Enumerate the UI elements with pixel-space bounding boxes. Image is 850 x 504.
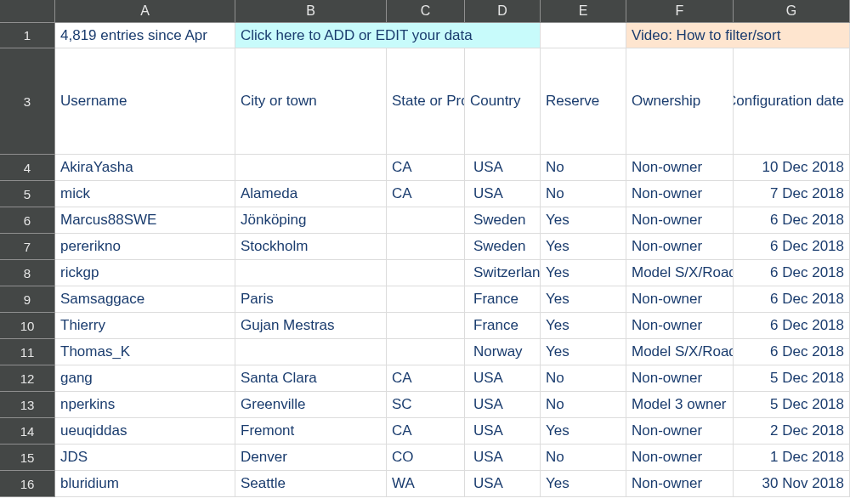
col-header-B[interactable]: B [235, 0, 387, 23]
cell-B14[interactable]: Fremont [235, 418, 387, 445]
row-header-16[interactable]: 16 [0, 471, 55, 497]
add-edit-link[interactable]: Click here to ADD or EDIT your data [235, 23, 541, 48]
col-header-F[interactable]: F [626, 0, 734, 23]
col-header-D[interactable]: D [465, 0, 541, 23]
cell-D8[interactable]: Switzerland [465, 260, 541, 286]
cell-F15[interactable]: Non-owner [626, 445, 734, 471]
header-F[interactable]: Ownership [626, 48, 734, 155]
cell-C7[interactable] [387, 234, 465, 260]
cell-B6[interactable]: Jönköping [235, 207, 387, 234]
video-link[interactable]: Video: How to filter/sort [626, 23, 850, 48]
cell-F12[interactable]: Non-owner [626, 365, 734, 392]
cell-B8[interactable] [235, 260, 387, 286]
header-C[interactable]: State or Province [387, 48, 465, 155]
row-header-1[interactable]: 1 [0, 23, 55, 48]
cell-G4[interactable]: 10 Dec 2018 [734, 155, 850, 181]
cell-G8[interactable]: 6 Dec 2018 [734, 260, 850, 286]
cell-A15[interactable]: JDS [55, 445, 235, 471]
cell-D4[interactable]: USA [465, 155, 541, 181]
row-header-14[interactable]: 14 [0, 418, 55, 445]
cell-G15[interactable]: 1 Dec 2018 [734, 445, 850, 471]
cell-C16[interactable]: WA [387, 471, 465, 497]
cell-G11[interactable]: 6 Dec 2018 [734, 339, 850, 365]
row-header-4[interactable]: 4 [0, 155, 55, 181]
cell-A11[interactable]: Thomas_K [55, 339, 235, 365]
cell-E11[interactable]: Yes [541, 339, 626, 365]
row-header-6[interactable]: 6 [0, 207, 55, 234]
row-header-15[interactable]: 15 [0, 445, 55, 471]
cell-B5[interactable]: Alameda [235, 181, 387, 207]
row-header-10[interactable]: 10 [0, 313, 55, 339]
cell-C10[interactable] [387, 313, 465, 339]
cell-C13[interactable]: SC [387, 392, 465, 418]
cell-F14[interactable]: Non-owner [626, 418, 734, 445]
cell-D15[interactable]: USA [465, 445, 541, 471]
cell-F4[interactable]: Non-owner [626, 155, 734, 181]
cell-G7[interactable]: 6 Dec 2018 [734, 234, 850, 260]
cell-A10[interactable]: Thierry [55, 313, 235, 339]
cell-A4[interactable]: AkiraYasha [55, 155, 235, 181]
col-header-E[interactable]: E [541, 0, 626, 23]
cell-F9[interactable]: Non-owner [626, 286, 734, 313]
cell-G10[interactable]: 6 Dec 2018 [734, 313, 850, 339]
cell-E15[interactable]: No [541, 445, 626, 471]
cell-E14[interactable]: Yes [541, 418, 626, 445]
spreadsheet-grid[interactable]: ABCDEFG14,819 entries since AprClick her… [0, 0, 850, 497]
cell-C9[interactable] [387, 286, 465, 313]
row-header-11[interactable]: 11 [0, 339, 55, 365]
cell-B9[interactable]: Paris [235, 286, 387, 313]
cell-A7[interactable]: pererikno [55, 234, 235, 260]
cell-A12[interactable]: gang [55, 365, 235, 392]
cell-F13[interactable]: Model 3 owner [626, 392, 734, 418]
row-header-3[interactable]: 3 [0, 48, 55, 155]
cell-A16[interactable]: bluridium [55, 471, 235, 497]
cell-E5[interactable]: No [541, 181, 626, 207]
cell-A13[interactable]: nperkins [55, 392, 235, 418]
header-G[interactable]: Configuration date [734, 48, 850, 155]
cell-G5[interactable]: 7 Dec 2018 [734, 181, 850, 207]
cell-G16[interactable]: 30 Nov 2018 [734, 471, 850, 497]
row-header-7[interactable]: 7 [0, 234, 55, 260]
cell-B10[interactable]: Gujan Mestras [235, 313, 387, 339]
cell-C6[interactable] [387, 207, 465, 234]
cell-B13[interactable]: Greenville [235, 392, 387, 418]
cell-E6[interactable]: Yes [541, 207, 626, 234]
cell-G14[interactable]: 2 Dec 2018 [734, 418, 850, 445]
cell-A9[interactable]: Samsaggace [55, 286, 235, 313]
cell-E9[interactable]: Yes [541, 286, 626, 313]
cell-B4[interactable] [235, 155, 387, 181]
col-header-G[interactable]: G [734, 0, 850, 23]
cell-E4[interactable]: No [541, 155, 626, 181]
cell-F8[interactable]: Model S/X/Roadster [626, 260, 734, 286]
cell-C15[interactable]: CO [387, 445, 465, 471]
cell-B15[interactable]: Denver [235, 445, 387, 471]
cell-D6[interactable]: Sweden [465, 207, 541, 234]
cell-D14[interactable]: USA [465, 418, 541, 445]
header-E[interactable]: Reserve [541, 48, 626, 155]
cell-D16[interactable]: USA [465, 471, 541, 497]
cell-A14[interactable]: ueuqiddas [55, 418, 235, 445]
header-B[interactable]: City or town [235, 48, 387, 155]
row-header-9[interactable]: 9 [0, 286, 55, 313]
cell-D12[interactable]: USA [465, 365, 541, 392]
col-header-C[interactable]: C [387, 0, 465, 23]
cell-D7[interactable]: Sweden [465, 234, 541, 260]
cell-C11[interactable] [387, 339, 465, 365]
cell-F11[interactable]: Model S/X/Roadster [626, 339, 734, 365]
cell-G6[interactable]: 6 Dec 2018 [734, 207, 850, 234]
cell-F7[interactable]: Non-owner [626, 234, 734, 260]
cell-D9[interactable]: France [465, 286, 541, 313]
cell-D11[interactable]: Norway [465, 339, 541, 365]
cell-E12[interactable]: No [541, 365, 626, 392]
cell-G9[interactable]: 6 Dec 2018 [734, 286, 850, 313]
cell-D13[interactable]: USA [465, 392, 541, 418]
cell-C4[interactable]: CA [387, 155, 465, 181]
cell-B16[interactable]: Seattle [235, 471, 387, 497]
cell-F5[interactable]: Non-owner [626, 181, 734, 207]
cell-B12[interactable]: Santa Clara [235, 365, 387, 392]
cell-E13[interactable]: No [541, 392, 626, 418]
row-header-5[interactable]: 5 [0, 181, 55, 207]
cell-G13[interactable]: 5 Dec 2018 [734, 392, 850, 418]
cell-A6[interactable]: Marcus88SWE [55, 207, 235, 234]
cell-G12[interactable]: 5 Dec 2018 [734, 365, 850, 392]
